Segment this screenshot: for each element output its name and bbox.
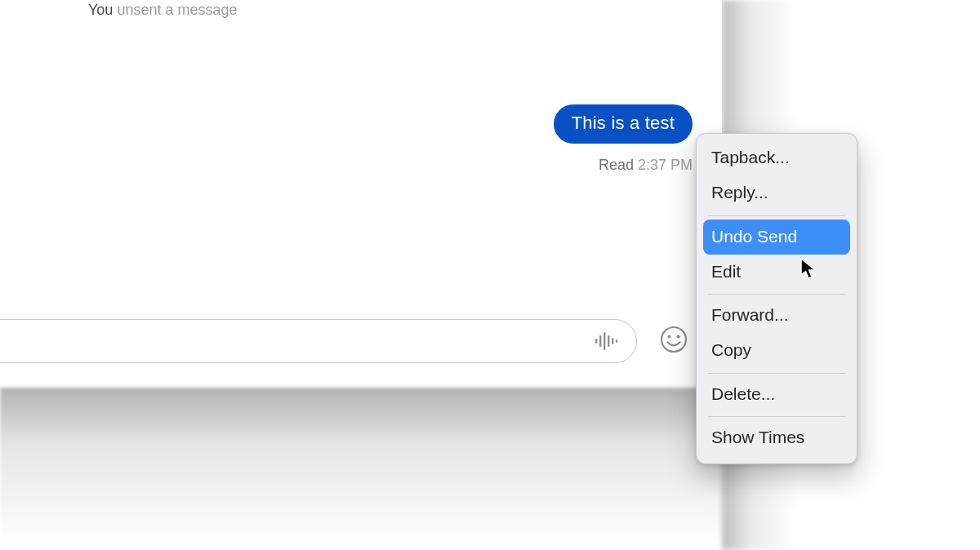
smiley-icon — [660, 326, 688, 357]
read-receipt: Read 2:37 PM — [599, 157, 693, 174]
menu-separator — [708, 416, 845, 417]
menu-item-forward[interactable]: Forward... — [697, 298, 857, 333]
compose-input[interactable] — [0, 319, 637, 363]
svg-rect-4 — [612, 338, 613, 344]
svg-rect-1 — [599, 335, 601, 347]
menu-item-edit[interactable]: Edit — [697, 255, 857, 290]
window-bottom-shadow — [0, 388, 722, 550]
menu-separator — [708, 294, 845, 295]
sent-message-bubble[interactable]: This is a test — [554, 104, 693, 144]
svg-point-8 — [677, 335, 680, 339]
read-receipt-status: Read — [599, 157, 634, 173]
menu-separator — [708, 373, 845, 374]
message-context-menu: Tapback... Reply... Undo Send Edit Forwa… — [696, 133, 858, 464]
menu-item-reply[interactable]: Reply... — [697, 175, 857, 211]
svg-point-7 — [668, 335, 671, 339]
audio-memo-icon[interactable] — [595, 330, 618, 352]
menu-item-show-times[interactable]: Show Times — [697, 420, 857, 455]
svg-rect-0 — [595, 339, 597, 344]
menu-separator — [708, 215, 845, 216]
menu-item-copy[interactable]: Copy — [697, 333, 857, 368]
menu-item-delete[interactable]: Delete... — [697, 377, 857, 412]
svg-rect-2 — [604, 332, 605, 350]
status-unsent-message: You unsent a message — [88, 2, 237, 19]
svg-point-6 — [662, 327, 686, 352]
read-receipt-time: 2:37 PM — [638, 157, 693, 173]
status-rest: unsent a message — [113, 2, 237, 18]
svg-rect-3 — [608, 335, 609, 347]
sent-message-text: This is a test — [572, 113, 675, 133]
menu-item-undo-send[interactable]: Undo Send — [703, 220, 850, 255]
emoji-picker-button[interactable] — [658, 326, 689, 357]
messages-window: You unsent a message This is a test Read… — [0, 0, 723, 388]
svg-rect-5 — [616, 339, 617, 343]
menu-item-tapback[interactable]: Tapback... — [697, 140, 857, 175]
status-prefix: You — [88, 2, 113, 18]
